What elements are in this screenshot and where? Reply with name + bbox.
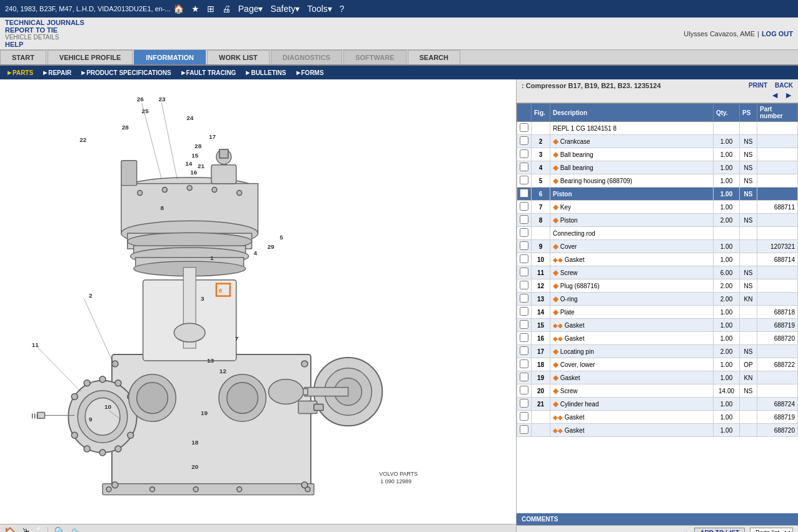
row-ps — [740, 253, 757, 266]
table-row: 10 ◆◆ Gasket 1.00 688714 — [517, 253, 798, 266]
svg-point-30 — [99, 449, 106, 456]
home-tool-icon[interactable]: 🏠 — [4, 526, 16, 532]
row-checkbox[interactable] — [520, 189, 528, 198]
svg-point-40 — [301, 361, 308, 367]
next-arrow[interactable]: ► — [784, 90, 793, 100]
print-back-buttons: PRINT BACK — [749, 82, 793, 89]
sub-nav-arrow: ▶ — [181, 70, 185, 76]
row-checkbox[interactable] — [520, 149, 528, 158]
sub-nav-arrow: ▶ — [81, 70, 85, 76]
row-checkbox[interactable] — [520, 359, 528, 368]
svg-rect-53 — [314, 404, 323, 411]
row-checkbox[interactable] — [520, 412, 528, 421]
cursor-tool-icon[interactable]: 🖱 — [21, 527, 31, 533]
row-checkbox[interactable] — [520, 320, 528, 329]
sub-nav-fault-tracing[interactable]: ▶ FAULT TRACING — [176, 68, 241, 78]
tools-menu[interactable]: Tools▾ — [305, 3, 335, 15]
row-checkbox[interactable] — [520, 254, 528, 263]
home-icon[interactable]: 🏠 — [171, 3, 186, 15]
row-fig — [532, 122, 550, 135]
dot-icon: ◆ — [553, 203, 558, 211]
row-checkbox[interactable] — [520, 333, 528, 342]
row-checkbox[interactable] — [520, 294, 528, 303]
technical-journals-link[interactable]: TECHNICAL JOURNALS — [5, 19, 84, 26]
row-checkbox-cell — [517, 398, 532, 411]
svg-text:1 090 12989: 1 090 12989 — [380, 478, 412, 484]
sub-nav-forms[interactable]: ▶ FORMS — [291, 68, 329, 78]
row-checkbox[interactable] — [520, 228, 528, 237]
nav-tab-work-list[interactable]: WORK LIST — [207, 50, 270, 64]
row-fig: 4 — [532, 161, 550, 174]
svg-text:14: 14 — [185, 160, 193, 167]
row-fig: 9 — [532, 240, 550, 253]
sub-nav-bulletins[interactable]: ▶ BULLETINS — [241, 68, 291, 78]
svg-point-46 — [212, 188, 217, 193]
logout-separator: | — [757, 30, 759, 38]
row-partnum: 688722 — [757, 358, 798, 371]
row-checkbox[interactable] — [520, 346, 528, 355]
help-icon[interactable]: ? — [337, 3, 347, 15]
row-ps: NS — [740, 174, 757, 188]
row-checkbox[interactable] — [520, 123, 528, 132]
col-header-qty: Qty. — [714, 104, 740, 122]
svg-text:20: 20 — [191, 463, 199, 470]
nav-tab-start[interactable]: START — [0, 50, 46, 64]
parts-list-dropdown[interactable]: Parts list — [750, 528, 793, 532]
row-checkbox[interactable] — [520, 425, 528, 434]
report-to-tie-link[interactable]: REPORT TO TIE — [5, 26, 84, 34]
nav-tab-vehicle-profile[interactable]: VEHICLE PROFILE — [48, 50, 133, 64]
row-checkbox[interactable] — [520, 386, 528, 394]
print-button[interactable]: PRINT — [749, 82, 767, 89]
zoom-in-icon[interactable]: 🔍 — [54, 526, 66, 532]
row-checkbox[interactable] — [520, 163, 528, 171]
safety-menu[interactable]: Safety▾ — [268, 3, 302, 15]
row-checkbox-cell — [517, 345, 532, 358]
sub-nav-product-specifications[interactable]: ▶ PRODUCT SPECIFICATIONS — [76, 68, 176, 78]
row-qty: 1.00 — [714, 201, 740, 214]
dot-icon: ◆ — [553, 347, 558, 356]
svg-text:5: 5 — [280, 234, 283, 241]
bookmark-icon[interactable]: ★ — [189, 3, 202, 15]
svg-text:17: 17 — [209, 133, 216, 140]
row-fig: 2 — [532, 135, 550, 148]
row-checkbox[interactable] — [520, 241, 528, 250]
svg-text:VOLVO PARTS: VOLVO PARTS — [379, 471, 418, 477]
row-checkbox-cell — [517, 214, 532, 227]
row-checkbox[interactable] — [520, 281, 528, 289]
print-icon[interactable]: 🖨 — [220, 3, 233, 15]
nav-tab-search[interactable]: SEARCH — [408, 50, 460, 64]
row-checkbox[interactable] — [520, 215, 528, 224]
nav-tab-information[interactable]: INFORMATION — [134, 50, 206, 64]
svg-text:18: 18 — [191, 439, 199, 446]
row-checkbox-cell — [517, 122, 532, 135]
row-qty: 1.00 — [714, 135, 740, 148]
logout-button[interactable]: LOG OUT — [762, 30, 793, 38]
select-tool-icon[interactable]: ⬜ — [36, 526, 49, 532]
prev-arrow[interactable]: ◄ — [770, 90, 779, 100]
parts-table-container[interactable]: Fig. Description Qty. PS Part number REP… — [517, 103, 798, 513]
sub-nav-parts[interactable]: ▶ PARTS — [3, 68, 38, 78]
row-checkbox[interactable] — [520, 373, 528, 381]
add-to-list-button[interactable]: ADD TO LIST — [694, 528, 745, 532]
row-checkbox-cell — [517, 279, 532, 293]
zoom-out-icon[interactable]: 🔍- — [71, 528, 83, 533]
back-button[interactable]: BACK — [775, 82, 793, 89]
svg-rect-48 — [211, 165, 236, 184]
row-checkbox[interactable] — [520, 268, 528, 276]
table-row: 11 ◆ Screw 6.00 NS — [517, 266, 798, 279]
row-checkbox[interactable] — [520, 399, 528, 408]
row-partnum — [757, 161, 798, 174]
row-checkbox-cell — [517, 358, 532, 371]
table-row: 17 ◆ Locating pin 2.00 NS — [517, 345, 798, 358]
help-link[interactable]: HELP — [5, 41, 84, 48]
windows-icon[interactable]: ⊞ — [205, 3, 217, 15]
sub-nav-repair[interactable]: ▶ REPAIR — [38, 68, 76, 78]
row-checkbox[interactable] — [520, 176, 528, 184]
row-checkbox[interactable] — [520, 136, 528, 145]
page-menu[interactable]: Page▾ — [236, 3, 266, 15]
row-checkbox[interactable] — [520, 202, 528, 211]
row-checkbox[interactable] — [520, 307, 528, 316]
vehicle-details-link[interactable]: VEHICLE DETAILS — [5, 34, 84, 41]
comments-label: COMMENTS — [522, 516, 558, 523]
dot-icon: ◆ — [553, 360, 558, 369]
